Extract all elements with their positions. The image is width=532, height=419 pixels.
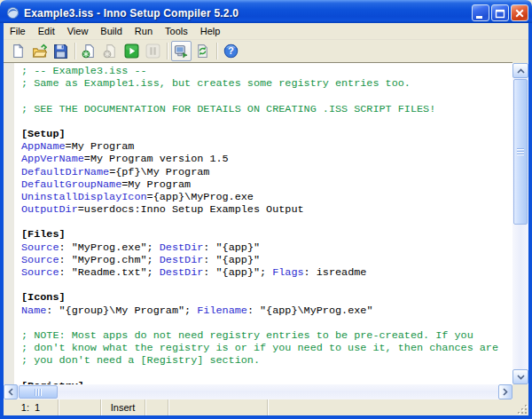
scroll-left-button[interactable] [4, 384, 18, 399]
stop-compile-icon [103, 43, 118, 59]
compile-button[interactable] [79, 41, 99, 61]
code-segment-plain: : "{app}"; [203, 266, 272, 279]
toolbar: ? [4, 40, 528, 62]
code-segment-key: Source [21, 254, 59, 266]
code-line [21, 216, 512, 228]
vertical-scrollbar[interactable] [512, 63, 528, 384]
scroll-down-button[interactable] [512, 369, 528, 384]
code-segment-key: Name [21, 304, 46, 317]
code-line: ; -- Example3.iss -- [21, 65, 512, 77]
menu-view[interactable]: View [61, 24, 95, 38]
code-line: Name: "{group}\My Program"; Filename: "{… [21, 304, 512, 317]
code-segment-plain: =userdocs:Inno Setup Examples Output [78, 203, 304, 216]
code-segment-key: AppVerName [21, 153, 84, 165]
code-line: AppName=My Program [21, 140, 512, 153]
code-segment-comment: ; don't know what the registry is or if … [21, 342, 498, 354]
status-panel [168, 399, 268, 415]
code-segment-section: [Setup] [21, 128, 66, 140]
pause-icon [145, 43, 160, 59]
status-cursor-position: 1: 1 [4, 399, 59, 415]
code-segment-key: Flags [272, 266, 303, 279]
code-segment-plain: : "Readme.txt"; [59, 266, 159, 279]
maximize-icon [493, 6, 507, 20]
code-segment-key: OutputDir [21, 203, 78, 216]
target-setup-icon [174, 43, 189, 59]
code-segment-key: DestDir [160, 266, 204, 279]
code-segment-key: Source [21, 241, 59, 254]
code-segment-key: Filename [197, 304, 247, 317]
editor-gutter [4, 63, 14, 385]
run-icon [124, 43, 139, 59]
code-line [21, 279, 512, 291]
chevron-right-icon [503, 388, 508, 396]
code-segment-plain: : "{app}" [203, 254, 260, 266]
code-segment-plain: : isreadme [304, 266, 367, 279]
menu-edit[interactable]: Edit [32, 24, 61, 38]
menu-help[interactable]: Help [194, 24, 227, 38]
status-insert-mode: Insert [101, 399, 145, 415]
code-segment-key: AppName [21, 140, 66, 153]
menu-run[interactable]: Run [129, 24, 159, 38]
open-script-button[interactable] [29, 41, 50, 61]
code-segment-plain: : "{group}\My Program"; [46, 304, 197, 317]
run-button[interactable] [121, 41, 142, 61]
minimize-button[interactable] [472, 4, 489, 21]
window-border-right [528, 23, 532, 419]
code-segment-plain: : "MyProg.exe"; [59, 241, 159, 254]
scrollbar-thumb-grip [517, 148, 524, 156]
code-segment-plain: =My Program [121, 178, 191, 191]
menu-tools[interactable]: Tools [159, 24, 194, 38]
code-segment-key: DefaultDirName [21, 166, 109, 178]
code-segment-comment: ; SEE THE DOCUMENTATION FOR DETAILS ON C… [21, 103, 435, 115]
code-line: DefaultGroupName=My Program [21, 178, 512, 191]
code-line: Source: "Readme.txt"; DestDir: "{app}"; … [21, 266, 512, 279]
code-line [21, 317, 512, 329]
new-file-icon [11, 43, 26, 59]
code-segment-plain: =My Program [66, 140, 135, 153]
maximize-button[interactable] [491, 4, 509, 21]
chevron-left-icon [8, 388, 13, 396]
pause-button [143, 41, 163, 61]
code-segment-key: DefaultGroupName [21, 178, 121, 191]
horizontal-scrollbar-thumb[interactable] [19, 385, 58, 399]
code-line: DefaultDirName={pf}\My Program [21, 166, 512, 178]
code-area[interactable]: ; -- Example3.iss --; Same as Example1.i… [14, 63, 512, 385]
horizontal-scrollbar[interactable] [4, 384, 512, 399]
code-segment-key: Source [21, 266, 59, 279]
help-button[interactable]: ? [221, 41, 241, 61]
code-line [21, 368, 512, 380]
code-segment-key: UninstallDisplayIcon [21, 191, 147, 203]
code-line: ; you don't need a [Registry] section. [21, 354, 512, 367]
code-segment-comment: ; you don't need a [Registry] section. [21, 354, 260, 367]
code-line: [Files] [21, 228, 512, 241]
target-uninstall-icon [195, 43, 210, 59]
vertical-scrollbar-thumb[interactable] [513, 79, 528, 225]
close-button[interactable] [511, 4, 528, 21]
status-bar: 1: 1 Insert [4, 399, 528, 415]
save-script-button[interactable] [51, 41, 71, 61]
code-segment-plain: ={app}\MyProg.exe [147, 191, 254, 203]
code-line: ; don't know what the registry is or if … [21, 342, 512, 354]
code-segment-key: DestDir [160, 254, 204, 266]
scroll-right-button[interactable] [498, 384, 512, 399]
code-line [21, 90, 512, 102]
help-icon: ? [223, 43, 239, 59]
code-line: [Icons] [21, 291, 512, 304]
scroll-up-button[interactable] [512, 63, 528, 78]
target-setup-button[interactable] [171, 41, 192, 61]
menu-build[interactable]: Build [94, 24, 128, 38]
scrollbar-corner [512, 384, 528, 399]
open-folder-icon [32, 43, 47, 59]
new-script-button[interactable] [8, 41, 28, 61]
scrollbar-thumb-grip [35, 389, 43, 396]
target-uninstall-button[interactable] [192, 41, 213, 61]
code-line: Source: "MyProg.exe"; DestDir: "{app}" [21, 241, 512, 254]
code-line: UninstallDisplayIcon={app}\MyProg.exe [21, 191, 512, 203]
code-line: OutputDir=userdocs:Inno Setup Examples O… [21, 203, 512, 216]
script-editor[interactable]: ; -- Example3.iss --; Same as Example1.i… [4, 62, 512, 385]
close-icon [512, 6, 527, 20]
code-segment-key: DestDir [160, 241, 204, 254]
resize-grip[interactable] [516, 403, 528, 415]
title-bar[interactable]: Example3.iss - Inno Setup Compiler 5.2.0 [0, 0, 532, 23]
menu-file[interactable]: File [4, 24, 32, 38]
